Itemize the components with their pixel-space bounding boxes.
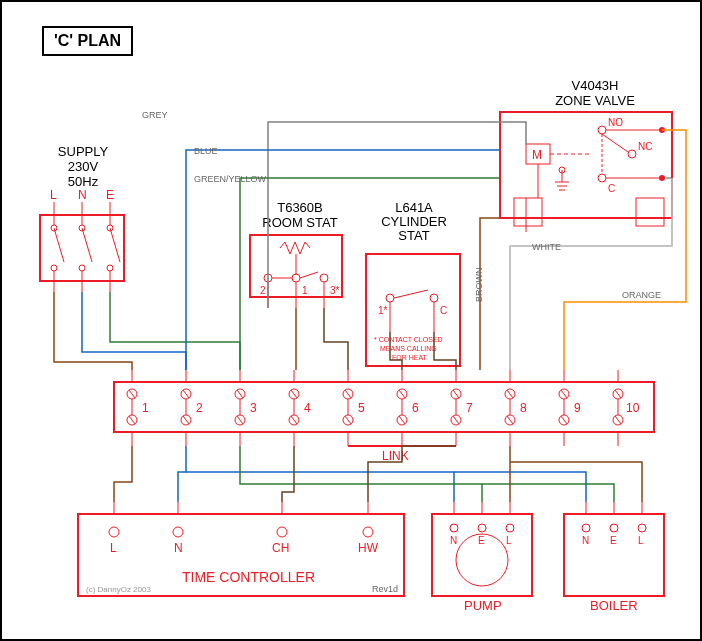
link-label: LINK bbox=[382, 449, 409, 463]
svg-text:GREEN/YELLOW: GREEN/YELLOW bbox=[194, 174, 267, 184]
svg-rect-59 bbox=[636, 198, 664, 226]
svg-line-138 bbox=[615, 416, 621, 424]
svg-text:1*: 1* bbox=[378, 305, 388, 316]
svg-text:NC: NC bbox=[638, 141, 652, 152]
svg-text:N: N bbox=[174, 541, 183, 555]
cylstat-box: 1* C * CONTACT CLOSED MEANS CALLING FOR … bbox=[366, 254, 460, 366]
rev: Rev1d bbox=[372, 584, 398, 594]
svg-line-66 bbox=[129, 416, 135, 424]
svg-point-160 bbox=[450, 524, 458, 532]
svg-point-30 bbox=[386, 294, 394, 302]
svg-line-106 bbox=[399, 416, 405, 424]
svg-text:N: N bbox=[582, 535, 589, 546]
svg-text:2: 2 bbox=[196, 401, 203, 415]
svg-text:WHITE: WHITE bbox=[532, 242, 561, 252]
svg-point-20 bbox=[320, 274, 328, 282]
svg-text:M: M bbox=[532, 148, 542, 162]
diagram-frame: 'C' PLAN SUPPLY 230V 50Hz T6360B ROOM ST… bbox=[0, 0, 702, 641]
supply-L: L bbox=[50, 188, 57, 202]
svg-text:1: 1 bbox=[302, 285, 308, 296]
svg-line-122 bbox=[507, 416, 513, 424]
wiring-svg: L N E 2 1 3* bbox=[2, 2, 702, 641]
svg-text:E: E bbox=[478, 535, 485, 546]
svg-line-32 bbox=[394, 290, 428, 298]
svg-point-175 bbox=[638, 524, 646, 532]
svg-text:C: C bbox=[440, 305, 447, 316]
svg-text:* CONTACT CLOSED: * CONTACT CLOSED bbox=[374, 336, 443, 343]
svg-text:C: C bbox=[608, 183, 615, 194]
svg-point-5 bbox=[79, 265, 85, 271]
svg-line-98 bbox=[345, 416, 351, 424]
roomstat-box: 2 1 3* bbox=[250, 235, 342, 308]
svg-point-145 bbox=[109, 527, 119, 537]
svg-text:BOILER: BOILER bbox=[590, 598, 638, 613]
svg-text:GREY: GREY bbox=[142, 110, 168, 120]
svg-line-80 bbox=[237, 390, 243, 398]
svg-text:TIME CONTROLLER: TIME CONTROLLER bbox=[182, 569, 315, 585]
svg-point-173 bbox=[610, 524, 618, 532]
svg-line-8 bbox=[82, 228, 92, 262]
supply-box: L N E bbox=[40, 188, 124, 292]
svg-point-171 bbox=[582, 524, 590, 532]
svg-text:PUMP: PUMP bbox=[464, 598, 502, 613]
svg-line-104 bbox=[399, 390, 405, 398]
svg-point-19 bbox=[292, 274, 300, 282]
svg-line-96 bbox=[345, 390, 351, 398]
svg-rect-62 bbox=[114, 382, 654, 432]
svg-text:7: 7 bbox=[466, 401, 473, 415]
svg-text:4: 4 bbox=[304, 401, 311, 415]
svg-line-50 bbox=[602, 134, 628, 152]
svg-line-64 bbox=[129, 390, 135, 398]
svg-point-54 bbox=[659, 175, 665, 181]
svg-rect-170 bbox=[564, 514, 664, 596]
junction-block bbox=[114, 382, 654, 432]
svg-text:CH: CH bbox=[272, 541, 289, 555]
timecontroller-box: L N CH HW TIME CONTROLLER bbox=[78, 502, 404, 596]
svg-text:5: 5 bbox=[358, 401, 365, 415]
svg-point-149 bbox=[277, 527, 287, 537]
supply-E: E bbox=[106, 188, 114, 202]
svg-text:10: 10 bbox=[626, 401, 640, 415]
svg-line-82 bbox=[237, 416, 243, 424]
svg-text:3*: 3* bbox=[330, 285, 340, 296]
boiler-box: N E L BOILER bbox=[564, 502, 664, 613]
svg-point-44 bbox=[598, 126, 606, 134]
svg-line-74 bbox=[183, 416, 189, 424]
svg-rect-58 bbox=[514, 198, 542, 226]
svg-line-90 bbox=[291, 416, 297, 424]
svg-text:BLUE: BLUE bbox=[194, 146, 218, 156]
pump-box: N E L PUMP bbox=[432, 502, 532, 613]
svg-text:L: L bbox=[506, 535, 512, 546]
svg-text:N: N bbox=[450, 535, 457, 546]
svg-point-164 bbox=[506, 524, 514, 532]
svg-text:ORANGE: ORANGE bbox=[622, 290, 661, 300]
svg-text:6: 6 bbox=[412, 401, 419, 415]
svg-line-9 bbox=[110, 228, 120, 262]
svg-text:9: 9 bbox=[574, 401, 581, 415]
svg-text:2: 2 bbox=[260, 285, 266, 296]
svg-text:1: 1 bbox=[142, 401, 149, 415]
svg-text:L: L bbox=[110, 541, 117, 555]
svg-point-51 bbox=[598, 174, 606, 182]
svg-text:8: 8 bbox=[520, 401, 527, 415]
svg-point-4 bbox=[51, 265, 57, 271]
svg-line-7 bbox=[54, 228, 64, 262]
svg-line-136 bbox=[615, 390, 621, 398]
svg-rect-158 bbox=[432, 514, 532, 596]
supply-N: N bbox=[78, 188, 87, 202]
svg-text:L: L bbox=[638, 535, 644, 546]
copyright: (c) DannyOz 2003 bbox=[86, 585, 151, 594]
svg-line-22 bbox=[300, 272, 318, 278]
svg-line-130 bbox=[561, 416, 567, 424]
svg-text:HW: HW bbox=[358, 541, 379, 555]
svg-text:E: E bbox=[610, 535, 617, 546]
svg-line-88 bbox=[291, 390, 297, 398]
svg-point-151 bbox=[363, 527, 373, 537]
svg-text:3: 3 bbox=[250, 401, 257, 415]
svg-text:MEANS CALLING: MEANS CALLING bbox=[380, 345, 437, 352]
svg-text:NO: NO bbox=[608, 117, 623, 128]
svg-point-162 bbox=[478, 524, 486, 532]
svg-line-128 bbox=[561, 390, 567, 398]
svg-point-48 bbox=[628, 150, 636, 158]
svg-point-6 bbox=[107, 265, 113, 271]
